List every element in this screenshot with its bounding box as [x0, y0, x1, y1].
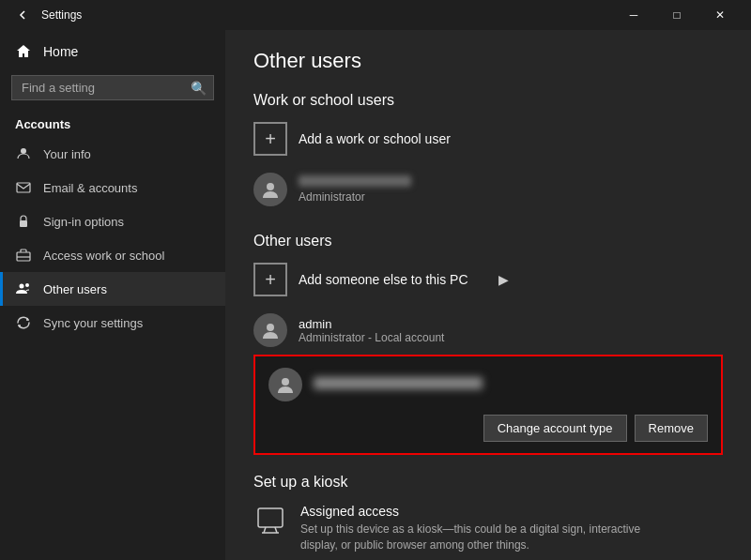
administrator-user-row[interactable]: Administrator [253, 165, 723, 214]
email-accounts-label: Email & accounts [43, 181, 137, 195]
svg-point-0 [21, 148, 26, 154]
add-work-label: Add a work or school user [299, 131, 451, 146]
svg-rect-10 [258, 508, 283, 527]
sidebar-search: 🔍 [11, 75, 214, 100]
app-title: Settings [41, 8, 612, 22]
admin-sub: Administrator - Local account [299, 331, 444, 344]
svg-point-7 [267, 183, 274, 190]
cursor-indicator: ▶ [498, 272, 509, 287]
svg-point-9 [282, 378, 289, 386]
sidebar-item-email-accounts[interactable]: Email & accounts [0, 171, 225, 204]
briefcase-icon [15, 247, 32, 264]
lock-icon [15, 213, 32, 230]
content-area: Other users Work or school users + Add a… [225, 30, 751, 560]
people-icon [15, 280, 32, 297]
selected-user-avatar [268, 368, 302, 401]
admin-user-row[interactable]: admin Administrator - Local account [253, 306, 723, 355]
add-someone-plus-icon: + [253, 263, 287, 296]
window-controls: ─ □ ✕ [612, 0, 742, 30]
selected-user-row[interactable]: Change account type Remove [253, 355, 723, 455]
other-users-section-title: Other users [253, 233, 723, 250]
app-body: Home 🔍 Accounts Your info Em [0, 30, 751, 560]
page-title: Other users [253, 49, 723, 73]
expanded-actions: Change account type Remove [268, 415, 708, 442]
home-icon [15, 43, 32, 60]
add-someone-row[interactable]: + Add someone else to this PC ▶ [253, 263, 723, 296]
svg-line-12 [275, 527, 277, 533]
kiosk-desc: Set up this device as a kiosk—this could… [300, 522, 657, 553]
email-icon [15, 179, 32, 196]
svg-point-5 [20, 284, 24, 289]
svg-point-8 [267, 324, 274, 331]
selected-user-name-blurred [314, 377, 483, 389]
remove-button[interactable]: Remove [635, 415, 708, 442]
access-work-label: Access work or school [43, 249, 164, 263]
admin-info: admin Administrator - Local account [299, 317, 444, 344]
your-info-label: Your info [43, 147, 91, 161]
sync-label: Sync your settings [43, 316, 143, 330]
sidebar-item-your-info[interactable]: Your info [0, 137, 225, 171]
kiosk-icon [253, 504, 287, 537]
add-work-user-row[interactable]: + Add a work or school user [253, 122, 723, 156]
svg-rect-2 [20, 220, 27, 227]
selected-user-top [268, 368, 708, 401]
add-someone-label: Add someone else to this PC [299, 272, 468, 287]
close-button[interactable]: ✕ [698, 0, 742, 30]
sync-icon [15, 314, 32, 331]
sidebar-item-access-work[interactable]: Access work or school [0, 238, 225, 272]
admin-name: admin [299, 317, 444, 331]
home-label: Home [43, 44, 78, 59]
other-users-label: Other users [43, 282, 107, 296]
add-work-plus-icon: + [253, 122, 287, 156]
work-school-section-title: Work or school users [253, 92, 723, 109]
admin-avatar [253, 313, 287, 347]
sidebar-item-sync[interactable]: Sync your settings [0, 306, 225, 340]
kiosk-text: Assigned access Set up this device as a … [300, 504, 657, 553]
administrator-info: Administrator [299, 175, 411, 204]
svg-point-6 [25, 283, 29, 287]
kiosk-row[interactable]: Assigned access Set up this device as a … [253, 504, 723, 553]
svg-rect-1 [17, 183, 30, 192]
sidebar-item-other-users[interactable]: Other users [0, 272, 225, 306]
kiosk-title: Assigned access [300, 504, 657, 519]
person-icon [15, 145, 32, 162]
change-account-type-button[interactable]: Change account type [483, 415, 627, 442]
administrator-avatar [253, 173, 287, 206]
kiosk-section-title: Set up a kiosk [253, 474, 723, 491]
search-icon: 🔍 [191, 81, 207, 96]
accounts-section-title: Accounts [0, 110, 225, 137]
svg-line-11 [264, 527, 266, 533]
search-input[interactable] [11, 75, 214, 100]
sidebar: Home 🔍 Accounts Your info Em [0, 30, 225, 560]
sign-in-label: Sign-in options [43, 215, 124, 229]
sidebar-item-sign-in[interactable]: Sign-in options [0, 204, 225, 238]
back-button[interactable] [9, 2, 36, 28]
administrator-name-blurred [299, 175, 411, 187]
sidebar-home[interactable]: Home [0, 34, 225, 69]
titlebar: Settings ─ □ ✕ [0, 0, 751, 30]
minimize-button[interactable]: ─ [612, 0, 655, 30]
maximize-button[interactable]: □ [655, 0, 698, 30]
administrator-label: Administrator [299, 190, 411, 204]
